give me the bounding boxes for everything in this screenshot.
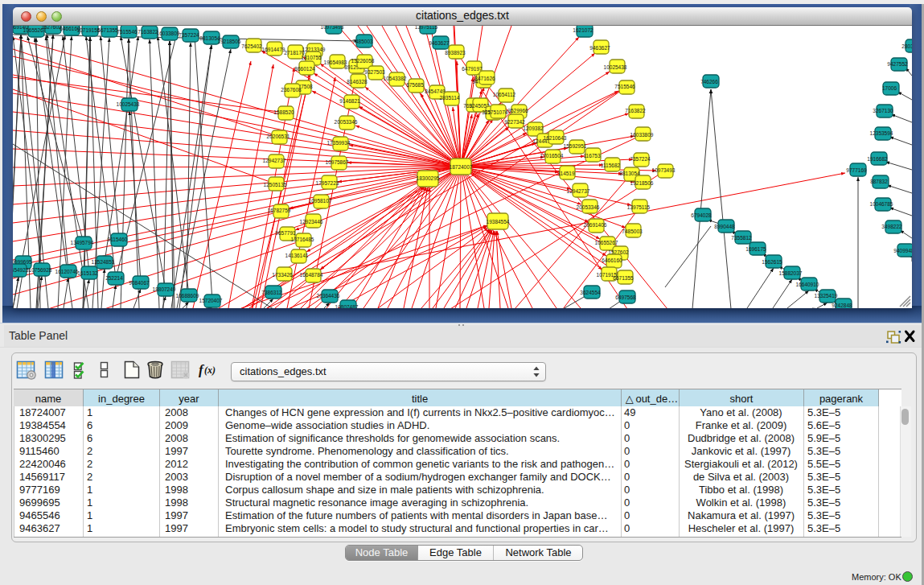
svg-text:1733426: 1733426 [272,272,293,278]
svg-text:6671355: 6671355 [613,275,634,281]
svg-text:2935114: 2935114 [440,95,460,101]
svg-text:20053346: 20053346 [335,119,358,125]
svg-text:16914479: 16914479 [262,47,285,52]
svg-text:3498222: 3498222 [881,224,902,229]
svg-text:15751074: 15751074 [485,109,508,115]
svg-text:10756928: 10756928 [29,267,52,273]
svg-text:10025438: 10025438 [117,101,140,107]
svg-text:18300295: 18300295 [417,175,440,181]
svg-text:1588520: 1588520 [273,109,294,115]
svg-text:6794028: 6794028 [691,212,712,218]
svg-text:10975867: 10975867 [326,159,349,165]
svg-text:16648784: 16648784 [300,272,323,278]
svg-text:(x): (x) [204,365,216,376]
svg-text:8146328: 8146328 [347,79,368,84]
svg-text:116753: 116753 [583,153,601,159]
svg-text:887832: 887832 [870,179,888,184]
svg-text:1115682: 1115682 [601,163,621,168]
svg-text:17359934: 17359934 [327,140,351,146]
svg-text:7515546: 7515546 [614,84,635,89]
svg-text:20053346: 20053346 [577,204,600,210]
svg-text:16640910: 16640910 [796,282,819,287]
svg-text:16033809: 16033809 [630,132,654,138]
svg-text:1810755: 1810755 [301,55,322,60]
svg-text:17957223: 17957223 [316,180,339,186]
svg-text:9327503: 9327503 [364,69,385,75]
svg-text:9409948: 9409948 [893,248,912,253]
svg-text:9777169: 9777169 [846,167,867,173]
svg-text:8454749: 8454749 [425,89,446,94]
svg-text:8660124: 8660124 [294,66,315,72]
svg-text:10973493: 10973493 [321,26,344,30]
svg-text:14136141: 14136141 [285,253,309,258]
svg-text:7163822: 7163822 [138,29,158,35]
svg-text:13975115: 13975115 [627,204,651,210]
svg-text:7625402: 7625402 [241,43,262,49]
svg-text:17016504: 17016504 [540,153,564,159]
svg-text:1209382: 1209382 [523,126,544,131]
svg-text:3624554: 3624554 [580,290,601,295]
svg-text:9084067: 9084067 [129,280,150,286]
svg-text:12942737: 12942737 [567,188,590,194]
svg-text:9463627: 9463627 [589,45,610,51]
svg-text:16120746: 16120746 [55,269,79,274]
svg-text:6497568: 6497568 [615,295,636,300]
svg-text:9463627: 9463627 [429,40,450,46]
svg-text:9529966: 9529966 [507,108,528,113]
svg-text:10025438: 10025438 [604,64,627,70]
svg-text:7355812: 7355812 [731,235,752,241]
svg-text:2367608: 2367608 [281,87,302,93]
svg-text:13524851: 13524851 [92,259,115,265]
svg-text:9657791: 9657791 [275,230,296,236]
svg-text:3267130: 3267130 [873,108,893,113]
svg-text:19218506: 19218506 [630,180,654,186]
svg-text:10688609: 10688609 [176,293,199,299]
svg-text:6466160: 6466160 [602,257,622,263]
svg-text:7357224: 7357224 [630,156,651,162]
svg-text:1527602: 1527602 [41,26,62,30]
svg-text:675685: 675685 [406,82,424,88]
svg-text:12942737: 12942737 [263,158,286,163]
svg-text:10654112: 10654112 [493,92,516,97]
svg-text:10958107: 10958107 [309,198,332,204]
svg-text:9146821: 9146821 [339,98,360,104]
svg-text:10543382: 10543382 [384,76,407,81]
svg-text:7386312: 7386312 [261,290,282,295]
svg-text:7357224: 7357224 [179,32,199,38]
svg-text:16033809: 16033809 [157,31,180,36]
svg-text:19654923: 19654923 [13,267,29,273]
svg-text:12923446: 12923446 [300,219,323,225]
svg-text:7163822: 7163822 [625,108,646,113]
svg-text:10655267: 10655267 [595,240,618,245]
svg-text:12505135: 12505135 [264,182,287,187]
svg-text:7515546: 7515546 [117,29,138,35]
svg-text:7485003: 7485003 [352,39,373,44]
svg-text:114519: 114519 [557,171,575,176]
svg-text:20364436: 20364436 [317,293,340,299]
svg-text:9115460: 9115460 [108,237,128,242]
svg-text:1621072: 1621072 [573,27,593,33]
svg-text:9227342: 9227342 [504,119,525,125]
svg-text:1562615: 1562615 [762,259,782,265]
svg-text:252214: 252214 [105,275,123,281]
svg-text:15592951: 15592951 [564,143,587,149]
svg-text:13325419: 13325419 [815,293,838,299]
svg-text:7485003: 7485003 [622,229,643,234]
svg-text:20691406: 20691406 [584,222,607,228]
svg-text:6479197: 6479197 [462,66,483,72]
svg-text:18807249: 18807249 [153,286,176,292]
svg-text:1615132: 1615132 [77,270,98,276]
svg-text:10046785: 10046785 [870,201,893,207]
svg-text:18724007: 18724007 [450,164,473,170]
svg-text:19384554: 19384554 [487,219,510,225]
svg-text:19218506: 19218506 [218,39,241,44]
svg-text:13975115: 13975115 [415,26,438,30]
svg-text:9242848: 9242848 [832,303,852,308]
svg-text:8938923: 8938923 [445,50,466,56]
svg-text:15882037: 15882037 [779,270,803,276]
svg-text:1696175: 1696175 [745,246,766,252]
svg-text:2803144: 2803144 [901,43,912,49]
svg-text:15720407: 15720407 [199,298,223,303]
svg-text:13495794: 13495794 [71,240,94,245]
svg-text:9427552: 9427552 [887,61,908,67]
